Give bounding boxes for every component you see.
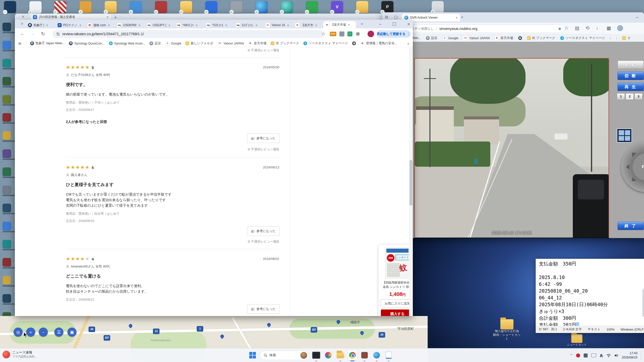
url-text[interactable]: sinsenyasai.nsddns.org: [439, 27, 477, 31]
tab-nkx[interactable]: oq^NKX (+×: [175, 22, 205, 28]
bookmark-item[interactable]: GGoogle: [165, 41, 181, 46]
product-image[interactable]: 200 シンカトリ 蚊: [385, 247, 410, 279]
taskbar-paint-app[interactable]: [324, 350, 333, 360]
tab-close-icon[interactable]: ×: [196, 23, 198, 27]
relaunch-update-button[interactable]: 再起動して更新する ⋮: [377, 30, 411, 38]
extension-icon[interactable]: [339, 31, 344, 36]
dvr-ptz-wheel[interactable]: PTZ: [621, 142, 644, 192]
chrome-window[interactable]: ∨ 気気象庁 |× PPC/テクノ× 価価格.com× oqUSDKRW× oq…: [15, 20, 413, 316]
tray-app-icon[interactable]: [584, 353, 588, 357]
vertical-tabs-icon[interactable]: ▢: [394, 15, 398, 19]
notepad-scrollbar[interactable]: [642, 289, 644, 317]
bookmark-item[interactable]: ⚙設定: [149, 41, 161, 46]
desktop-folder-icon[interactable]: ✓: [180, 1, 192, 13]
tab-close-icon[interactable]: ×: [168, 23, 170, 27]
bookmark-item[interactable]: Sソースネクスト マイページ: [560, 36, 605, 40]
route-shield-marker[interactable]: 13: [153, 329, 159, 334]
desktop-icon[interactable]: ✓: [281, 1, 293, 13]
extension-icon[interactable]: ◌: [347, 31, 352, 36]
bookmark-folder[interactable]: ▱そ: [622, 36, 631, 40]
widgets-button[interactable]: ニュース速報 プラ汚染防止条約...: [3, 350, 37, 358]
tab-close-icon[interactable]: ×: [225, 23, 227, 27]
refresh-icon[interactable]: ↻: [41, 31, 45, 37]
maximize-icon[interactable]: [393, 22, 396, 26]
tab-jma[interactable]: 気気象庁 |×: [26, 22, 56, 28]
taskbar-notepad[interactable]: [384, 350, 393, 360]
tab-title[interactable]: DVR ActiveX Viewer: [410, 16, 438, 19]
desktop-folder-shortcut[interactable]: ショートカット: [566, 334, 588, 347]
dvr-channel-1-button[interactable]: 1: [617, 93, 625, 100]
minimize-icon[interactable]: –: [379, 21, 382, 27]
desktop-folder-icon[interactable]: ✓: [356, 1, 368, 13]
map-pin-icon[interactable]: [220, 334, 225, 339]
bookmark-item[interactable]: ✿雷情報｜電気の安全...: [360, 41, 397, 46]
tab-clf[interactable]: oqCLF (+1.×: [234, 22, 264, 28]
favorites-icon[interactable]: ☆: [564, 25, 569, 31]
desktop-icon[interactable]: [3, 131, 11, 140]
dvr-exit-button[interactable]: 終 了: [618, 222, 644, 230]
network-icon[interactable]: [607, 354, 611, 357]
new-tab-icon[interactable]: ＋: [113, 14, 118, 20]
bookmark-item[interactable]: Sソースネクスト マイページ: [303, 41, 348, 46]
bookmark-item[interactable]: Y!Yahoo! JAPAN: [463, 36, 490, 40]
taskbar-photos-app[interactable]: [311, 350, 321, 360]
new-tab-icon[interactable]: ＋: [460, 15, 464, 20]
bookmark-item[interactable]: R楽天市場: [495, 36, 513, 40]
bookmark-folder[interactable]: ▱IE ブックマーク: [527, 36, 555, 40]
helpful-button[interactable]: 参考になった: [247, 226, 280, 236]
bookmarks-more-icon[interactable]: ›: [610, 36, 611, 40]
tab-usdjpy[interactable]: oqUSDJPY (×: [145, 22, 175, 28]
route-shield-marker[interactable]: 24: [379, 332, 385, 338]
dvr-play-button[interactable]: 再 生: [618, 83, 644, 91]
bookmarks-overflow-icon[interactable]: »: [407, 41, 409, 46]
profile-avatar[interactable]: [617, 25, 623, 31]
tab-close-icon[interactable]: ×: [348, 23, 350, 27]
reviewer[interactable]: 購入者さん: [66, 173, 279, 177]
scrollbar[interactable]: [409, 47, 413, 316]
desktop-icon[interactable]: ✓: [54, 1, 66, 13]
tab-pc-tech[interactable]: PPC/テクノ×: [56, 22, 86, 28]
tab-usdkrw[interactable]: oqUSDKRW×: [115, 22, 145, 28]
desktop-icon[interactable]: [3, 167, 11, 176]
bookmark-item[interactable]: 気気象庁 Japan Mete...: [30, 41, 65, 46]
tab-close-icon[interactable]: ×: [287, 23, 289, 27]
dvr-connect-button[interactable]: 接 続: [618, 61, 644, 69]
bookmark-globe-icon[interactable]: ◍: [352, 41, 356, 45]
site-info-icon[interactable]: [56, 32, 60, 36]
tab-close-icon[interactable]: ×: [456, 16, 458, 20]
minimize-icon[interactable]: –: [636, 14, 638, 20]
kebab-menu-icon[interactable]: ⋮: [407, 32, 411, 36]
extensions-icon[interactable]: ▦: [607, 25, 611, 31]
map-zoom-out-button[interactable]: －: [39, 328, 48, 337]
taskbar-edge[interactable]: [372, 350, 381, 360]
report-link[interactable]: ⊘ 不適切レビュー報告: [248, 147, 279, 152]
bookmark-item[interactable]: GGoogle: [442, 36, 458, 40]
desktop-icon[interactable]: ✓: [205, 1, 217, 13]
bookmark-item[interactable]: 気Synology QuickCon...: [69, 41, 104, 45]
desktop-icon[interactable]: [3, 149, 11, 158]
dvr-channel-3-button[interactable]: 3: [634, 93, 642, 100]
scrollbar-thumb[interactable]: [410, 160, 412, 206]
desktop-icon[interactable]: [3, 113, 11, 122]
tab-dji[interactable]: oq^DJI (+1×: [205, 22, 234, 28]
desktop-icon[interactable]: [3, 23, 11, 31]
reviewer[interactable]: たな子0108さん 女性 40代: [66, 73, 279, 77]
map-camera-button[interactable]: ▣: [67, 328, 76, 337]
desktop-icon[interactable]: [3, 276, 11, 285]
desktop-folder-shortcut[interactable]: 無人販売不正行為動画－ショートカット: [492, 319, 522, 341]
tab-close-icon[interactable]: ×: [138, 23, 140, 27]
forward-icon[interactable]: →: [30, 31, 35, 36]
clock[interactable]: 17:43 2025/08/15: [622, 351, 637, 360]
desktop-icon[interactable]: [3, 41, 11, 49]
taskbar-explorer[interactable]: [336, 350, 345, 360]
bookmark-item[interactable]: ◎Synology Web Assis...: [109, 41, 145, 45]
bookmark-star-icon[interactable]: ☆: [321, 31, 326, 37]
desktop-icon[interactable]: ✓: [79, 1, 92, 13]
product-name[interactable]: 【防除用医薬部外品】 金鳥 シンカトリ 部…: [381, 281, 413, 289]
bookmark-globe-icon[interactable]: ◍: [518, 36, 522, 40]
desktop-icon[interactable]: ✓: [306, 1, 318, 13]
reviewer[interactable]: hinaneko55さん 女性 40代: [66, 264, 279, 269]
camera-video[interactable]: 2025-08-15 17:43:36: [414, 58, 609, 238]
exif-extension-icon[interactable]: EXIF: [330, 32, 336, 36]
extensions-puzzle-icon[interactable]: ▦: [356, 31, 360, 36]
